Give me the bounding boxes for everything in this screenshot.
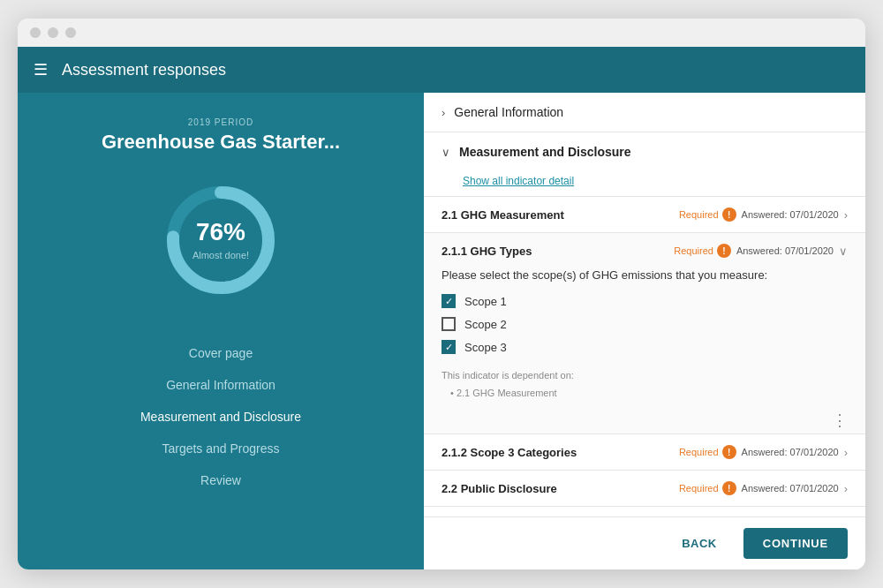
section-measurement-disclosure-title: Measurement and Disclosure	[459, 145, 631, 159]
app-window: ☰ Assessment responses 2019 PERIOD Green…	[18, 19, 865, 569]
donut-percent: 76%	[192, 218, 249, 246]
app-title: Assessment responses	[62, 61, 226, 79]
scope2-checkbox[interactable]	[442, 317, 456, 331]
indicator-2-1-2-required-badge: Required	[679, 447, 719, 457]
indicator-2-1-1-name: 2.1.1 GHG Types	[442, 245, 674, 258]
indicator-2-2-answered: Answered: 07/01/2020	[742, 483, 839, 494]
section-measurement-disclosure-header[interactable]: ∨ Measurement and Disclosure	[424, 132, 865, 171]
indicator-2-1-ghg-measurement[interactable]: 2.1 GHG Measurement Required ! Answered:…	[424, 196, 865, 232]
scope3-option[interactable]: Scope 3	[442, 340, 848, 354]
indicator-2-1-1-alert-icon: !	[717, 244, 731, 258]
sidebar-item-measurement-disclosure[interactable]: Measurement and Disclosure	[35, 401, 406, 433]
indicator-2-1-1-question: Please select the scope(s) of GHG emissi…	[442, 268, 848, 282]
show-all-indicator-detail-link[interactable]: Show all indicator detail	[424, 171, 865, 196]
titlebar-dot-3	[65, 27, 76, 38]
more-options-icon[interactable]: ⋮	[424, 407, 865, 433]
scope1-option[interactable]: Scope 1	[442, 294, 848, 308]
progress-donut: 76% Almost done!	[159, 178, 283, 302]
titlebar-dot-2	[48, 27, 58, 38]
indicator-2-2-name: 2.2 Public Disclosure	[442, 482, 679, 495]
section-general-information[interactable]: › General Information	[424, 93, 865, 132]
indicator-2-1-chevron-icon: ›	[844, 208, 848, 222]
assessment-title: Greenhouse Gas Starter...	[102, 131, 340, 154]
indicator-2-1-2-alert-icon: !	[722, 445, 736, 459]
titlebar	[18, 19, 865, 47]
indicator-2-1-alert-icon: !	[722, 207, 736, 222]
indicator-2-1-name: 2.1 GHG Measurement	[442, 208, 679, 222]
indicator-2-1-2-answered: Answered: 07/01/2020	[742, 447, 839, 457]
sidebar: 2019 PERIOD Greenhouse Gas Starter... 76…	[18, 93, 424, 569]
sidebar-item-targets-progress[interactable]: Targets and Progress	[35, 433, 406, 464]
indicator-2-1-required-badge: Required	[679, 209, 719, 220]
scope2-option[interactable]: Scope 2	[442, 317, 848, 331]
titlebar-dot-1	[30, 27, 41, 38]
chevron-down-icon: ∨	[442, 146, 450, 159]
indicator-2-1-1-answered: Answered: 07/01/2020	[736, 245, 834, 256]
footer: BACK CONTINUE	[424, 516, 865, 569]
app-header: ☰ Assessment responses	[18, 47, 865, 93]
indicator-2-1-1-body: Please select the scope(s) of GHG emissi…	[424, 268, 865, 407]
sidebar-item-general-info[interactable]: General Information	[35, 369, 406, 401]
indicator-2-1-1-ghg-types: 2.1.1 GHG Types Required ! Answered: 07/…	[424, 232, 865, 433]
indicator-2-1-1-required-badge: Required	[674, 245, 713, 256]
indicator-2-2-required-badge: Required	[679, 483, 719, 494]
indicator-2-2-public-disclosure[interactable]: 2.2 Public Disclosure Required ! Answere…	[424, 470, 865, 506]
indicator-2-2-chevron-icon: ›	[844, 482, 848, 495]
section-general-information-title: General Information	[454, 105, 563, 119]
chevron-right-icon: ›	[442, 106, 445, 119]
indicator-2-1-answered: Answered: 07/01/2020	[742, 209, 839, 220]
back-button[interactable]: BACK	[669, 530, 729, 557]
sidebar-nav: Cover page General Information Measureme…	[35, 337, 406, 496]
sidebar-item-cover-page[interactable]: Cover page	[35, 337, 406, 369]
sidebar-item-review[interactable]: Review	[35, 464, 406, 496]
menu-icon[interactable]: ☰	[34, 60, 48, 79]
period-label: 2019 PERIOD	[188, 117, 253, 127]
indicator-2-1-1-header[interactable]: 2.1.1 GHG Types Required ! Answered: 07/…	[424, 233, 865, 268]
main-content: › General Information ∨ Measurement and …	[424, 93, 865, 569]
scope1-label: Scope 1	[464, 295, 507, 308]
indicator-2-2-alert-icon: !	[722, 481, 736, 495]
content-area: › General Information ∨ Measurement and …	[424, 93, 865, 516]
continue-button[interactable]: CONTINUE	[743, 528, 848, 559]
dependency-note: This indicator is dependent on:	[442, 363, 848, 388]
app-body: 2019 PERIOD Greenhouse Gas Starter... 76…	[18, 93, 865, 569]
section-measurement-disclosure: ∨ Measurement and Disclosure Show all in…	[424, 132, 865, 507]
scope3-checkbox[interactable]	[442, 340, 456, 354]
indicator-2-1-2-chevron-icon: ›	[844, 446, 848, 459]
indicator-2-1-1-chevron-down-icon: ∨	[839, 245, 848, 258]
dependency-item-1: • 2.1 GHG Measurement	[442, 388, 848, 398]
scope2-label: Scope 2	[464, 318, 507, 331]
scope3-label: Scope 3	[464, 341, 507, 354]
donut-sublabel: Almost done!	[192, 250, 249, 260]
indicator-2-1-2-scope3-categories[interactable]: 2.1.2 Scope 3 Categories Required ! Answ…	[424, 433, 865, 470]
scope1-checkbox[interactable]	[442, 294, 456, 308]
indicator-2-1-2-name: 2.1.2 Scope 3 Categories	[442, 446, 679, 459]
